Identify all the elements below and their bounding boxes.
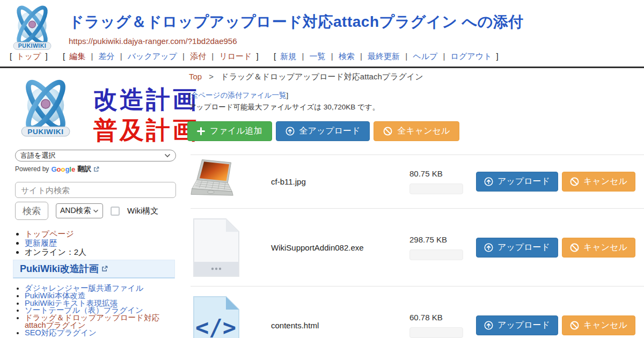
sidebar-site-logo[interactable]: PUKIWIKI 改造計画 普及計画: [14, 77, 175, 142]
page-title: ドラッグ＆ドロップアップロード対応attachプラグイン への添付: [69, 12, 524, 32]
nav-item-list[interactable]: 一覧: [310, 52, 326, 61]
plus-icon: [197, 127, 205, 135]
file-name: WikiSupportAddin082.exe: [271, 243, 409, 252]
upload-progress-bar: [409, 327, 463, 338]
translate-link[interactable]: 翻訳: [77, 164, 91, 174]
file-size: 60.78 KB: [409, 313, 474, 322]
upload-toolbar: ファイル追加 全アップロード 全キャンセル: [187, 121, 459, 141]
nav-item-backup[interactable]: バックアップ: [128, 52, 177, 61]
ban-icon: [570, 243, 579, 252]
wiki-syntax-label: Wiki構文: [127, 206, 158, 216]
nav-item-search[interactable]: 検索: [339, 52, 355, 61]
site-search-input[interactable]: [15, 182, 176, 198]
generic-file-icon: [191, 217, 241, 278]
chevron-down-icon: [164, 153, 171, 158]
breadcrumb: Top > ドラッグ＆ドロップアップロード対応attachプラグイン: [189, 72, 423, 82]
search-mode-select[interactable]: AND検索: [56, 203, 103, 218]
all-pages-attach-list-link[interactable]: 全ページの添付ファイル一覧: [191, 91, 287, 99]
sidebar-section-heading[interactable]: PukiWiki改造計画: [13, 260, 175, 278]
chevron-down-icon: [93, 209, 99, 213]
cancel-button[interactable]: キャンセル: [562, 172, 635, 192]
sidebar-item-dragdrop-attach[interactable]: ドラッグ＆ドロップアップロード対応attachプラグイン: [25, 313, 159, 329]
cancel-button[interactable]: キャンセル: [562, 238, 635, 258]
svg-text:</>: </>: [195, 314, 236, 338]
nav-item-new[interactable]: 新規: [280, 52, 296, 61]
nav-item-edit[interactable]: 編集: [69, 52, 85, 61]
nav-item-reload[interactable]: リロード: [219, 52, 252, 61]
nav-item-top[interactable]: トップ: [16, 52, 41, 61]
nav-item-diff[interactable]: 差分: [99, 52, 115, 61]
table-row: cf-b11.jpg 80.75 KB アップロード キャンセル: [191, 155, 644, 208]
upload-progress-bar: [409, 249, 463, 260]
list-item: オンライン：2人: [25, 247, 86, 256]
search-button[interactable]: 検索: [15, 202, 48, 220]
upload-circle-icon: [484, 243, 493, 252]
upload-circle-icon: [484, 177, 493, 186]
main-content: Top > ドラッグ＆ドロップアップロード対応attachプラグイン [全ページ…: [186, 68, 644, 338]
laptop-photo-thumbnail: [191, 158, 239, 206]
upload-circle-icon: [484, 321, 493, 330]
upload-file-list: cf-b11.jpg 80.75 KB アップロード キャンセル: [191, 155, 644, 338]
google-wordmark: Google: [51, 165, 75, 173]
top-navigation: [ トップ ] [ 編集 | 差分 | バックアップ | 添付 | リロード ]…: [8, 52, 509, 62]
upload-button[interactable]: アップロード: [476, 238, 558, 258]
language-select[interactable]: 言語を選択: [15, 150, 176, 161]
nav-item-recent[interactable]: 最終更新: [368, 52, 400, 61]
nav-item-attach[interactable]: 添付: [190, 52, 206, 61]
list-item: SEO対応プラグイン: [25, 329, 176, 337]
file-size: 80.75 KB: [409, 169, 474, 178]
file-size: 298.75 KB: [409, 235, 474, 244]
svg-text:PUKIWIKI: PUKIWIKI: [18, 42, 46, 49]
external-link-icon: [101, 266, 108, 272]
wiki-syntax-checkbox[interactable]: [111, 207, 120, 216]
list-item: ドラッグ＆ドロップアップロード対応attachプラグイン: [25, 314, 176, 329]
cancel-button[interactable]: キャンセル: [562, 315, 635, 335]
upload-progress-bar: [409, 183, 463, 194]
nav-item-logout[interactable]: ログアウト: [451, 52, 492, 61]
upload-button[interactable]: アップロード: [476, 172, 558, 192]
ban-icon: [383, 127, 392, 136]
table-row: </> contents.html 60.78 KB アップロード キャンセル: [191, 286, 644, 338]
table-row: WikiSupportAddin082.exe 298.75 KB アップロード…: [191, 208, 644, 286]
upload-circle-icon: [286, 127, 295, 136]
nav-item-help[interactable]: ヘルプ: [413, 52, 437, 61]
external-link-icon: [93, 166, 99, 172]
html-file-icon: </>: [191, 295, 241, 338]
breadcrumb-home-link[interactable]: Top: [189, 72, 202, 81]
sidebar-item-recent-changes[interactable]: 更新履歴: [25, 238, 57, 247]
file-name: cf-b11.jpg: [271, 177, 409, 186]
sidebar-quick-links: トップページ 更新履歴 オンライン：2人: [25, 229, 86, 256]
cancel-all-button[interactable]: 全キャンセル: [374, 121, 459, 141]
breadcrumb-current-page: ドラッグ＆ドロップアップロード対応attachプラグイン: [221, 72, 423, 81]
pukiwiki-atom-logo-icon: PUKIWIKI: [14, 77, 77, 140]
ban-icon: [570, 177, 579, 186]
list-item: トップページ: [25, 229, 86, 238]
svg-text:PUKIWIKI: PUKIWIKI: [27, 128, 63, 136]
upload-all-button[interactable]: 全アップロード: [276, 121, 370, 141]
ban-icon: [570, 321, 579, 330]
pukiwiki-atom-logo-icon[interactable]: PUKIWIKI: [8, 3, 57, 53]
sidebar-item-online-count: オンライン：2人: [25, 247, 86, 256]
upload-button[interactable]: アップロード: [476, 315, 558, 335]
attach-file-list-line: [全ページの添付ファイル一覧]: [189, 91, 288, 100]
sidebar: PUKIWIKI 改造計画 普及計画 言語を選択 Powered by Goog…: [0, 68, 186, 338]
sidebar-item-top-page[interactable]: トップページ: [25, 229, 74, 238]
file-name: contents.html: [271, 321, 409, 330]
add-file-button[interactable]: ファイル追加: [187, 121, 272, 141]
page-url-link[interactable]: https://pukiwiki.dajya-ranger.com/?1bd2d…: [69, 36, 237, 46]
list-item: 更新履歴: [25, 238, 86, 247]
sidebar-item-seo-plugin[interactable]: SEO対応プラグイン: [25, 328, 97, 337]
site-banner-text: 改造計画 普及計画: [93, 84, 199, 145]
header: PUKIWIKI ドラッグ＆ドロップアップロード対応attachプラグイン への…: [0, 0, 644, 67]
sidebar-plugin-links: ダジャレンジャー版共通ファイル PukiWiki本体改造 PukiWikiテキス…: [25, 285, 176, 337]
powered-by-google-translate: Powered by Google 翻訳: [15, 164, 99, 174]
max-upload-size-text: アップロード可能最大ファイルサイズは 30,720KB です。: [189, 102, 379, 112]
